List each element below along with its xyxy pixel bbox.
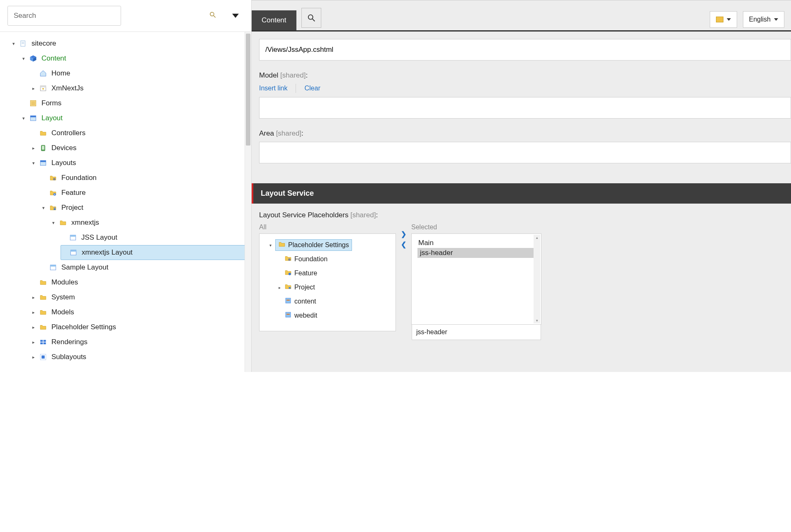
tree-node-jss-layout[interactable]: JSS Layout <box>61 230 251 245</box>
tree-node-layout[interactable]: ▾ Layout <box>21 111 251 126</box>
area-input[interactable] <box>259 142 791 163</box>
tree-node-sample-layout[interactable]: Sample Layout <box>41 260 251 275</box>
mini-label: Feature <box>294 270 317 277</box>
selected-scrollbar[interactable]: ▴ ▾ <box>534 235 540 323</box>
expand-icon[interactable]: ▸ <box>31 295 36 300</box>
selected-item-jss-header[interactable]: jss-header <box>417 248 535 258</box>
collapse-icon[interactable]: ▾ <box>41 205 46 211</box>
mini-label: Project <box>294 284 315 291</box>
tree-node-xmnextjs-content[interactable]: ▸ XmNextJs <box>31 81 251 96</box>
svg-point-40 <box>288 258 291 261</box>
tree-node-feature[interactable]: Feature <box>41 185 251 200</box>
chevron-down-icon <box>727 18 731 21</box>
svg-rect-27 <box>70 250 76 252</box>
path-input[interactable] <box>259 39 791 61</box>
tree-node-content[interactable]: ▾ Content <box>21 51 251 66</box>
view-selector[interactable] <box>710 11 737 28</box>
tree-label: JSS Layout <box>80 233 117 242</box>
search-input[interactable] <box>7 6 121 26</box>
model-input[interactable] <box>259 97 791 119</box>
tree-node-modules[interactable]: Modules <box>31 275 251 290</box>
tree-node-home[interactable]: Home <box>31 66 251 81</box>
folder-icon <box>39 323 47 331</box>
tree-node-layouts[interactable]: ▾ Layouts <box>31 155 251 170</box>
collapse-icon[interactable]: ▾ <box>11 41 17 46</box>
placeholder-icon <box>284 297 292 306</box>
expand-icon[interactable]: ▸ <box>31 340 36 345</box>
tab-content[interactable]: Content <box>252 10 296 30</box>
svg-rect-33 <box>44 343 46 345</box>
mini-node-foundation[interactable]: Foundation <box>277 252 391 266</box>
tree-node-xmnextjs-layout[interactable]: xmnextjs Layout <box>61 245 251 260</box>
mini-node-content[interactable]: content <box>277 294 391 309</box>
tree-node-foundation[interactable]: Foundation <box>41 170 251 185</box>
colon: : <box>301 129 303 137</box>
expand-icon[interactable]: ▸ <box>31 355 36 360</box>
collapse-icon[interactable]: ▾ <box>51 220 56 226</box>
tree-node-xmnextjs-folder[interactable]: ▾ xmnextjs <box>51 215 251 230</box>
device-icon <box>39 144 47 152</box>
tree-node-renderings[interactable]: ▸ Renderings <box>31 335 251 350</box>
collapse-icon[interactable]: ▾ <box>31 160 36 166</box>
tree-label: System <box>50 293 75 301</box>
collapse-icon[interactable]: ▾ <box>21 56 27 61</box>
expand-icon[interactable]: ▸ <box>31 325 36 330</box>
folder-gear-icon <box>49 174 57 182</box>
tree-label: XmNextJs <box>50 84 83 92</box>
tree-label: Controllers <box>50 129 85 137</box>
svg-rect-46 <box>286 314 290 315</box>
model-link-row: Insert link Clear <box>259 84 791 93</box>
mini-node-webedit[interactable]: webedit <box>277 309 391 323</box>
svg-point-36 <box>308 15 313 19</box>
selected-item-main[interactable]: Main <box>416 238 537 248</box>
expand-icon[interactable]: ▸ <box>31 310 36 315</box>
tree-node-project[interactable]: ▾ Project <box>41 200 251 215</box>
selected-footer: jss-header <box>412 324 541 340</box>
layout-item-icon <box>49 263 57 272</box>
svg-rect-16 <box>42 146 44 150</box>
svg-rect-35 <box>41 355 45 359</box>
tree-node-models[interactable]: ▸ Models <box>31 305 251 320</box>
tree-node-controllers[interactable]: Controllers <box>31 126 251 141</box>
tree-node-system[interactable]: ▸ System <box>31 290 251 305</box>
tree-node-sitecore[interactable]: ▾ sitecore <box>11 36 251 51</box>
collapse-icon[interactable]: ▾ <box>268 243 273 248</box>
search-dropdown-toggle[interactable] <box>227 6 244 26</box>
tree-node-devices[interactable]: ▸ Devices <box>31 141 251 155</box>
expand-icon[interactable]: ▸ <box>277 285 282 290</box>
move-left-icon[interactable]: ❮ <box>401 240 406 248</box>
tree-label: xmnextjs <box>70 219 99 227</box>
insert-link[interactable]: Insert link <box>259 85 287 92</box>
tree-node-forms[interactable]: Forms <box>21 96 251 111</box>
expand-icon[interactable]: ▸ <box>31 86 36 91</box>
move-right-icon[interactable]: ❯ <box>401 230 406 238</box>
mini-label: Placeholder Settings <box>288 241 349 249</box>
expand-icon[interactable]: ▸ <box>31 146 36 151</box>
svg-rect-25 <box>70 235 76 237</box>
scroll-up-icon[interactable]: ▴ <box>534 236 540 240</box>
language-selector[interactable]: English <box>743 11 784 28</box>
svg-rect-18 <box>40 160 46 162</box>
tree-node-sublayouts[interactable]: ▸ Sublayouts <box>31 350 251 364</box>
mini-node-feature[interactable]: Feature <box>277 266 391 280</box>
scrollbar-thumb[interactable] <box>246 34 250 146</box>
folder-lock-icon <box>284 283 292 292</box>
section-header-layout-service[interactable]: Layout Service <box>252 183 791 204</box>
tree-scrollbar[interactable] <box>245 32 251 372</box>
scroll-down-icon[interactable]: ▾ <box>534 318 540 323</box>
layout-icon <box>29 114 37 122</box>
selected-column: Selected Main jss-header ▴ ▾ jss-header <box>411 223 541 325</box>
tree-label: Layouts <box>50 159 76 167</box>
all-tree-box: ▾ Placeholder Settings Foundation <box>259 233 396 331</box>
search-button[interactable] <box>301 8 321 28</box>
area-label-text: Area <box>259 129 274 137</box>
folder-icon <box>39 129 47 137</box>
tree-node-placeholder-settings[interactable]: ▸ Placeholder Settings <box>31 320 251 335</box>
mini-node-project[interactable]: ▸ Project <box>277 280 391 294</box>
collapse-icon[interactable]: ▾ <box>21 116 27 121</box>
mini-node-root[interactable]: ▾ Placeholder Settings <box>268 238 391 252</box>
search-icon[interactable] <box>209 11 216 21</box>
tree-label: Layout <box>40 114 63 122</box>
content-tree-container: ▾ sitecore ▾ Content <box>0 32 251 372</box>
clear-link[interactable]: Clear <box>304 85 320 92</box>
